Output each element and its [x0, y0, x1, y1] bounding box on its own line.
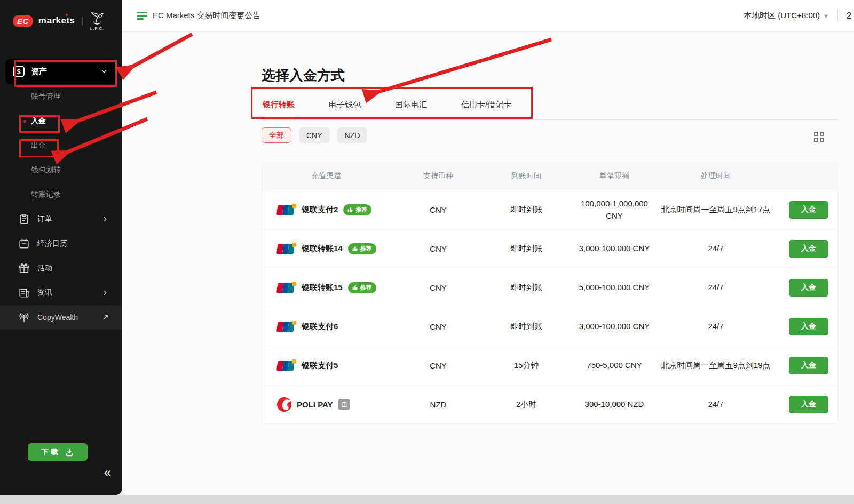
sidebar-item-label: CopyWealth — [37, 313, 102, 322]
column-header: 到账时间 — [481, 171, 572, 181]
recommended-label: 推荐 — [355, 206, 367, 214]
sidebar-item-label: 钱包划转 — [31, 165, 61, 175]
timezone-selector[interactable]: 本地时区 (UTC+8:00) ▼ — [744, 11, 829, 21]
arrival-time-cell: 15分钟 — [481, 361, 572, 371]
table-row: 银联支付5CNY15分钟750-5,000 CNY北京时间周一至周五9点到19点… — [262, 346, 837, 385]
deposit-button[interactable]: 入金 — [789, 396, 828, 413]
column-header: 处理时间 — [657, 171, 774, 181]
chevron-down-icon — [100, 68, 108, 75]
collapse-sidebar-button[interactable]: « — [104, 466, 111, 479]
filter-chip-nzd[interactable]: NZD — [337, 127, 368, 143]
processing-time-cell: 24/7 — [708, 320, 723, 332]
processing-time-cell: 24/7 — [708, 398, 723, 410]
channel-cell: 银联支付6 — [262, 321, 396, 333]
table-row: 银联转账14推荐CNY即时到账3,000-100,000 CNY24/7入金 — [262, 229, 837, 268]
currency-filter-chips: 全部 CNY NZD — [262, 127, 367, 143]
filter-chip-all[interactable]: 全部 — [262, 127, 291, 143]
limit-cell: 3,000-100,000 CNY — [579, 320, 650, 332]
sidebar-item-withdraw[interactable]: 出金 — [0, 133, 122, 158]
caret-down-icon: ▼ — [823, 13, 829, 19]
thumbs-up-icon — [352, 246, 358, 252]
arrival-time-cell: 即时到账 — [481, 283, 572, 293]
lfc-liverbird-icon: L.F.C. — [90, 11, 105, 31]
sidebar-menu: $ 资产 账号管理 入金 出金 钱包划转 转账记录 订单 — [0, 59, 122, 330]
sidebar-item-label: 订单 — [37, 214, 101, 224]
bank-icon — [341, 401, 347, 407]
arrival-time-cell: 即时到账 — [481, 205, 572, 215]
deposit-button[interactable]: 入金 — [789, 240, 828, 258]
channel-cell: 银联支付2推荐 — [262, 204, 396, 216]
chevron-right-icon — [101, 289, 109, 297]
channel-cell: 银联支付5 — [262, 359, 396, 372]
deposit-button[interactable]: 入金 — [789, 279, 828, 297]
currency-cell: CNY — [396, 283, 481, 292]
recommended-badge: 推荐 — [343, 204, 371, 215]
topbar-divider — [837, 9, 838, 23]
thumbs-up-icon — [352, 285, 358, 291]
sidebar-item-label: 资讯 — [37, 288, 101, 298]
announcement-bar[interactable]: EC Markets 交易时间变更公告 — [137, 11, 261, 21]
channel-cell: 银联转账15推荐 — [262, 282, 396, 294]
currency-cell: CNY — [396, 361, 481, 370]
unionpay-logo — [277, 282, 296, 294]
gift-icon — [18, 262, 30, 274]
sidebar-item-assets[interactable]: $ 资产 — [5, 59, 116, 84]
table-header-row: 充值渠道 支持币种 到账时间 单笔限额 处理时间 — [262, 162, 837, 190]
sidebar-item-news[interactable]: 资讯 — [0, 281, 122, 305]
timezone-label: 本地时区 (UTC+8:00) — [744, 11, 820, 21]
assets-dollar-icon: $ — [13, 66, 25, 77]
ec-logo-icon: EC — [13, 15, 33, 27]
channel-name: 银联支付6 — [302, 322, 338, 332]
table-row: 银联支付2推荐CNY即时到账100,000-1,000,000 CNY北京时间周… — [262, 190, 837, 229]
tab-international-wire[interactable]: 国际电汇 — [394, 92, 428, 119]
markets-logo-text: markets — [38, 15, 75, 26]
sidebar-item-deposit[interactable]: 入金 — [0, 109, 122, 133]
sidebar-item-promotions[interactable]: 活动 — [0, 256, 122, 281]
channel-name: 银联转账15 — [302, 283, 343, 293]
sidebar-item-wallet-transfer[interactable]: 钱包划转 — [0, 158, 122, 182]
sidebar: EC markets | L.F.C. $ 资产 账号管理 入金 — [0, 0, 122, 495]
currency-cell: CNY — [396, 205, 481, 214]
channel-name: 银联转账14 — [302, 244, 343, 254]
bank-transfer-badge — [338, 399, 350, 410]
limit-cell: 100,000-1,000,000 CNY — [573, 197, 656, 222]
deposit-page: EC markets | L.F.C. $ 资产 账号管理 入金 — [0, 0, 854, 504]
deposit-button[interactable]: 入金 — [789, 201, 828, 219]
filter-chip-cny[interactable]: CNY — [299, 127, 330, 143]
table-row: 银联转账15推荐CNY即时到账5,000-100,000 CNY24/7入金 — [262, 268, 837, 307]
chevron-right-icon — [101, 215, 109, 223]
channel-name: POLI PAY — [297, 400, 333, 409]
processing-time-cell: 北京时间周一至周五9点到19点 — [661, 359, 770, 371]
unionpay-logo — [277, 243, 296, 255]
deposit-method-tabs: 银行转账 电子钱包 国际电汇 信用卡/借记卡 — [262, 92, 838, 120]
download-icon — [65, 447, 74, 457]
processing-time-cell: 24/7 — [708, 281, 723, 293]
sidebar-item-label: 入金 — [31, 116, 46, 126]
channel-name: 银联支付2 — [302, 205, 338, 215]
sidebar-item-label: 活动 — [37, 263, 109, 273]
grid-view-toggle-icon[interactable] — [814, 132, 826, 143]
download-button[interactable]: 下载 — [28, 443, 88, 461]
clipboard-icon — [18, 213, 30, 225]
poli-pay-logo — [277, 397, 291, 412]
sidebar-item-label: 经济日历 — [37, 239, 109, 249]
announcement-text: EC Markets 交易时间变更公告 — [153, 11, 261, 21]
download-label: 下载 — [41, 447, 60, 457]
recommended-label: 推荐 — [360, 284, 372, 292]
limit-cell: 3,000-100,000 CNY — [579, 242, 650, 254]
processing-time-cell: 24/7 — [708, 242, 723, 254]
arrival-time-cell: 即时到账 — [481, 244, 572, 254]
sidebar-item-orders[interactable]: 订单 — [0, 207, 122, 231]
tab-bank-transfer[interactable]: 银行转账 — [262, 92, 296, 119]
sidebar-item-economic-calendar[interactable]: 经济日历 — [0, 231, 122, 256]
sidebar-item-transfer-records[interactable]: 转账记录 — [0, 182, 122, 207]
tab-e-wallet[interactable]: 电子钱包 — [328, 92, 362, 119]
announcement-list-icon — [137, 12, 147, 20]
deposit-button[interactable]: 入金 — [789, 357, 828, 374]
sidebar-item-copywealth[interactable]: CopyWealth ↗ — [0, 305, 122, 330]
column-header: 充值渠道 — [262, 171, 396, 181]
deposit-button[interactable]: 入金 — [789, 318, 828, 335]
brand-logo[interactable]: EC markets | L.F.C. — [0, 0, 122, 33]
tab-credit-debit-card[interactable]: 信用卡/借记卡 — [460, 92, 512, 119]
sidebar-item-account-management[interactable]: 账号管理 — [0, 84, 122, 109]
